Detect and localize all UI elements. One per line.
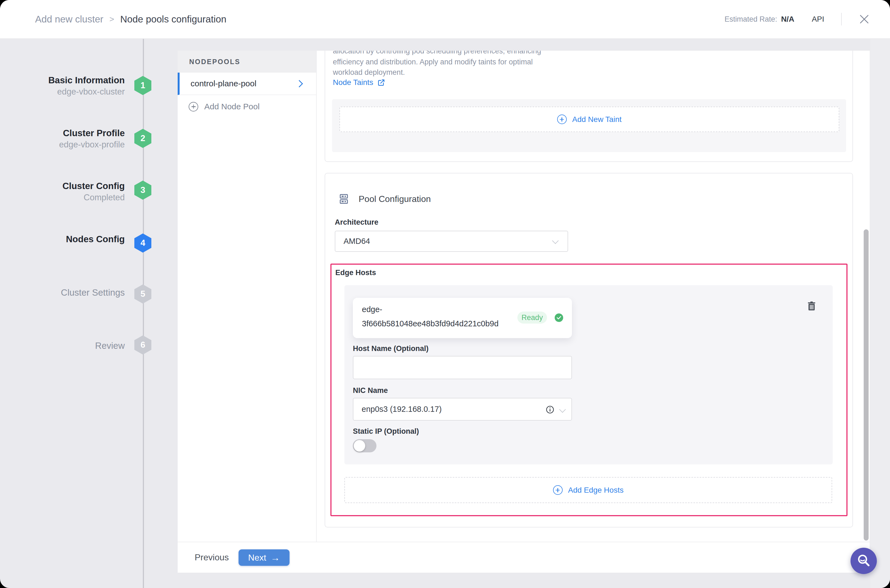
edge-hosts-label: Edge Hosts: [335, 268, 376, 277]
add-node-pool-button[interactable]: Add Node Pool: [178, 95, 316, 118]
nodepools-column: NODEPOOLS control-plane-pool Add Node Po…: [178, 51, 317, 542]
step-cluster-profile[interactable]: Cluster Profile edge-vbox-profile: [11, 128, 125, 151]
step-number: 2: [140, 134, 145, 143]
pool-configuration-header: Pool Configuration: [339, 194, 431, 204]
taints-card: allocation by controlling pod scheduling…: [325, 51, 853, 162]
step-subtitle: edge-vbox-profile: [11, 139, 125, 151]
plus-circle-icon: [553, 485, 562, 495]
chevron-down-icon: [552, 237, 559, 244]
chevron-down-icon: [559, 406, 566, 412]
step-cluster-settings[interactable]: Cluster Settings: [11, 287, 125, 298]
step-subtitle: Completed: [11, 192, 125, 204]
step-badge-6[interactable]: 6: [134, 335, 151, 354]
static-ip-label: Static IP (Optional): [353, 427, 419, 436]
header-actions: Estimated Rate: N/A API: [725, 0, 870, 38]
add-edge-hosts-button[interactable]: Add Edge Hosts: [344, 477, 832, 503]
step-badge-5[interactable]: 5: [134, 284, 151, 304]
check-circle-icon: [555, 314, 563, 322]
plus-circle-icon: [189, 102, 198, 111]
edge-host-id: edge-: [362, 305, 382, 314]
footer-bar: Previous Next →: [178, 542, 870, 573]
delete-host-button[interactable]: [805, 300, 818, 313]
step-title: Cluster Settings: [11, 287, 125, 298]
nodepools-header: NODEPOOLS: [178, 51, 316, 73]
nodepools-header-label: NODEPOOLS: [189, 58, 241, 66]
node-taints-link-label: Node Taints: [333, 78, 373, 87]
previous-button-label: Previous: [195, 552, 229, 562]
add-node-pool-label: Add Node Pool: [204, 102, 260, 111]
breadcrumb-separator: >: [110, 15, 114, 24]
step-badge-1[interactable]: 1: [134, 76, 151, 95]
trash-icon: [807, 301, 816, 311]
step-number: 5: [140, 289, 145, 299]
plus-circle-icon: [557, 114, 567, 124]
edge-host-id: 3f666b581048ee48b3fd9d4d221c0b9d: [362, 319, 498, 328]
page-title: Node pools configuration: [120, 14, 227, 25]
help-search-fab[interactable]: [851, 548, 877, 574]
architecture-label: Architecture: [335, 218, 378, 226]
add-new-taint-label: Add New Taint: [572, 115, 622, 124]
main-panel: NODEPOOLS control-plane-pool Add Node Po…: [178, 51, 870, 572]
server-rack-icon: [339, 194, 349, 204]
step-title: Nodes Config: [11, 234, 125, 244]
host-name-label: Host Name (Optional): [353, 344, 428, 353]
estimated-rate-value: N/A: [781, 15, 794, 24]
edge-host-card[interactable]: edge- 3f666b581048ee48b3fd9d4d221c0b9d R…: [353, 298, 572, 338]
node-taints-link[interactable]: Node Taints: [333, 78, 385, 87]
host-name-input[interactable]: [353, 356, 572, 379]
header-bar: Add new cluster > Node pools configurati…: [0, 0, 890, 39]
nic-name-label: NIC Name: [353, 386, 388, 395]
step-number: 1: [140, 81, 145, 90]
step-badge-3[interactable]: 3: [134, 181, 151, 200]
edge-host-panel: edge- 3f666b581048ee48b3fd9d4d221c0b9d R…: [344, 285, 833, 464]
status-badge: Ready: [517, 312, 547, 324]
next-button[interactable]: Next →: [239, 549, 290, 566]
step-basic-information[interactable]: Basic Information edge-vbox-cluster: [11, 75, 125, 98]
clipped-text-line: allocation by controlling pod scheduling…: [333, 51, 771, 56]
step-review[interactable]: Review: [11, 340, 125, 351]
pool-configuration-title: Pool Configuration: [359, 194, 431, 204]
nic-name-select[interactable]: enp0s3 (192.168.0.17): [353, 398, 572, 421]
status-badge-label: Ready: [522, 314, 543, 322]
add-new-taint-button[interactable]: Add New Taint: [340, 106, 839, 132]
edge-hosts-section: Edge Hosts edge- 3f666b581048ee48b3fd9d4…: [331, 264, 848, 516]
toggle-knob: [354, 440, 365, 452]
header-divider: [841, 13, 842, 26]
step-badge-4[interactable]: 4: [134, 234, 151, 253]
close-icon[interactable]: [859, 14, 870, 25]
taints-description-line: efficiency and distribution. Apply and m…: [333, 57, 533, 67]
next-button-label: Next: [248, 553, 266, 563]
previous-button[interactable]: Previous: [195, 542, 229, 573]
external-link-icon: [377, 79, 385, 86]
right-margin: [870, 38, 890, 588]
architecture-select[interactable]: AMD64: [335, 231, 568, 252]
breadcrumb: Add new cluster > Node pools configurati…: [35, 0, 227, 38]
step-title: Cluster Profile: [11, 128, 125, 139]
step-nodes-config[interactable]: Nodes Config: [11, 234, 125, 244]
step-title: Review: [11, 340, 125, 351]
info-icon[interactable]: [546, 405, 555, 414]
api-button[interactable]: API: [812, 15, 824, 24]
step-badge-2[interactable]: 2: [134, 129, 151, 148]
arrow-right-icon: →: [271, 552, 280, 563]
nodepool-item-control-plane[interactable]: control-plane-pool: [178, 73, 316, 95]
architecture-value: AMD64: [344, 237, 370, 246]
step-cluster-config[interactable]: Cluster Config Completed: [11, 181, 125, 204]
nodepool-name: control-plane-pool: [191, 79, 256, 88]
step-number: 3: [140, 185, 145, 195]
app-window: Add new cluster > Node pools configurati…: [0, 0, 890, 588]
breadcrumb-parent[interactable]: Add new cluster: [35, 14, 103, 25]
magnifier-smile-icon: [856, 553, 871, 568]
pool-configuration-card: Pool Configuration Architecture AMD64 Ed…: [325, 173, 853, 528]
taints-panel: Add New Taint: [332, 99, 846, 152]
step-number: 6: [140, 340, 145, 350]
scrollbar-thumb[interactable]: [864, 230, 869, 541]
step-title: Cluster Config: [11, 181, 125, 192]
step-number: 4: [140, 238, 145, 248]
add-edge-hosts-label: Add Edge Hosts: [568, 486, 624, 495]
chevron-right-icon: [296, 80, 303, 87]
static-ip-toggle[interactable]: [353, 439, 376, 452]
step-subtitle: edge-vbox-cluster: [11, 86, 125, 98]
nic-name-value: enp0s3 (192.168.0.17): [362, 405, 442, 414]
stepper-line: [143, 38, 144, 588]
